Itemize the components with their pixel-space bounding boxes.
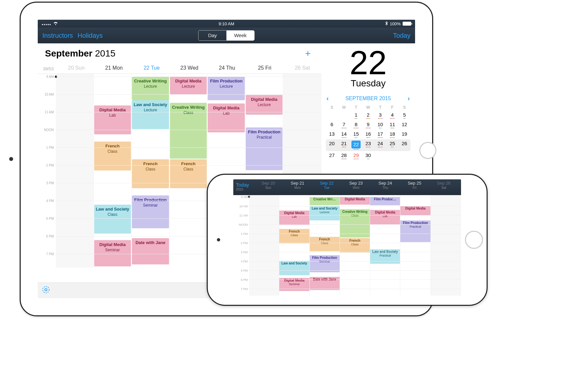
calendar-event[interactable]: Law and SocietyLecture (132, 100, 169, 129)
calendar-event[interactable]: Law and SocietyClass (94, 205, 131, 234)
phone-day-header[interactable]: Sep 21Mon (283, 181, 312, 190)
segment-day[interactable]: Day (199, 31, 226, 40)
segment-week[interactable]: Week (226, 31, 254, 40)
day-column[interactable]: Creative WritingLectureLaw and SocietyLe… (132, 74, 170, 268)
calendar-event[interactable]: FrenchClass (170, 159, 207, 188)
phone-day-column[interactable]: Digital MediaFilm ProductionPractical (400, 195, 430, 296)
mini-day[interactable]: 28●●●●● (338, 151, 350, 161)
calendar-event[interactable]: FrenchClass (132, 159, 169, 188)
phone-hour-line (249, 197, 461, 197)
mini-day[interactable]: 8●●●●● (350, 120, 362, 130)
mini-day[interactable]: 23●●●●● (362, 139, 374, 151)
phone-event[interactable]: Law and Society (279, 261, 309, 275)
phone-day-column[interactable]: Digital MediaCreative WritingClassFrench… (340, 195, 370, 296)
mini-day[interactable]: 5●● (398, 111, 410, 120)
phone-day-column[interactable]: Creative Wri…Law and SocietyLectureFrenc… (310, 195, 340, 296)
mini-day[interactable]: 2●●●● (362, 111, 374, 120)
day-column[interactable]: Digital MediaLectureCreative WritingClas… (170, 74, 208, 268)
calendar-event[interactable]: Film ProductionPractical (246, 127, 283, 170)
phone-day-header[interactable]: Sep 24Thu (371, 181, 400, 190)
mini-day[interactable]: 10●●● (374, 120, 386, 130)
mini-day[interactable]: 9●●●●● (362, 120, 374, 130)
calendar-event[interactable]: Creative WritingLecture (132, 77, 169, 100)
mini-day[interactable]: 18●●●●● (386, 130, 398, 139)
calendar-event[interactable]: Film ProductionSeminar (132, 195, 169, 228)
phone-event[interactable]: Film ProductionSeminar (310, 255, 340, 272)
phone-day-column[interactable]: Film Produc…Digital MediaLabLaw and Soci… (370, 195, 400, 296)
calendar-event[interactable]: Date with Jane (132, 238, 169, 264)
day-header[interactable]: 25 Fri (246, 62, 284, 74)
calendar-event[interactable]: Digital MediaLecture (170, 77, 207, 94)
phone-event[interactable]: Film Produc… (370, 197, 400, 205)
holidays-link[interactable]: Holidays (77, 32, 103, 39)
mini-day[interactable]: 19 (398, 130, 410, 139)
instructors-link[interactable]: Instructors (42, 32, 73, 39)
phone-day-column[interactable] (249, 195, 279, 296)
phone-event[interactable]: Digital Media (340, 197, 370, 205)
mini-day[interactable]: 25●●● (386, 139, 398, 151)
mini-day[interactable]: 1●●● (350, 111, 362, 120)
mini-day[interactable]: 11●●●● (386, 120, 398, 130)
mini-day[interactable]: 24●●●●● (374, 139, 386, 151)
day-header[interactable]: 24 Thu (208, 62, 246, 74)
today-button[interactable]: Today (393, 32, 410, 39)
mini-day[interactable]: 6 (326, 120, 338, 130)
phone-day-header[interactable]: Sep 22Tue (312, 181, 341, 190)
ipad-home-button[interactable] (419, 142, 436, 159)
mini-day[interactable]: 26 (398, 139, 410, 151)
phone-event[interactable]: Digital Media (400, 206, 430, 215)
day-header[interactable]: 21 Mon (95, 62, 133, 74)
mini-day[interactable]: 13 (326, 130, 338, 139)
mini-day[interactable]: 21●●●● (338, 139, 350, 151)
phone-event[interactable]: Date with Jane (310, 277, 340, 290)
mini-day[interactable]: 16●●●● (362, 130, 374, 139)
phone-event[interactable]: Law and SocietyLecture (310, 206, 340, 220)
calendar-event[interactable]: Creative WritingClass (170, 103, 207, 159)
add-button[interactable]: + (305, 48, 314, 59)
day-column[interactable]: Digital MediaLabFrenchClassLaw and Socie… (94, 74, 132, 268)
phone-day-column[interactable]: Digital MediaLabFrenchClassLaw and Socie… (279, 195, 309, 296)
phone-timeline[interactable]: 9 AM10 AM11 AMNOON1 PM2 PM3 PM4 PM5 PM6 … (233, 195, 461, 296)
phone-day-column[interactable] (431, 195, 461, 296)
day-header[interactable]: 22 Tue (133, 62, 171, 74)
phone-event[interactable]: Digital MediaLab (370, 210, 400, 224)
mini-day[interactable]: 22●●●●● (350, 139, 362, 151)
mini-day[interactable]: 17●●●●● (374, 130, 386, 139)
day-header[interactable]: 23 Wed (171, 62, 208, 74)
day-header[interactable]: 20 Sun (57, 62, 95, 74)
phone-day-header[interactable]: Sep 20Sun (254, 181, 283, 190)
settings-gear-icon[interactable] (42, 285, 50, 296)
phone-day-header[interactable]: Sep 23Wed (341, 181, 370, 190)
calendar-event[interactable]: Film ProductionLecture (208, 77, 245, 100)
mini-day[interactable]: 3●●●●● (374, 111, 386, 120)
mini-day[interactable]: 15●●● (350, 130, 362, 139)
calendar-event[interactable]: Digital MediaLab (208, 103, 245, 132)
phone-day-header[interactable]: Sep 25Fri (400, 181, 429, 190)
calendar-event[interactable]: Digital MediaSeminar (94, 240, 131, 266)
prev-month-button[interactable]: ‹ (326, 95, 329, 102)
next-month-button[interactable]: › (408, 95, 410, 102)
mini-day[interactable]: 27 (326, 151, 338, 161)
mini-day[interactable]: 30●● (362, 151, 374, 161)
phone-event[interactable]: FrenchClass (279, 229, 309, 243)
mini-day[interactable]: 7●●●●● (338, 120, 350, 130)
phone-event[interactable]: Creative Wri… (310, 197, 340, 205)
phone-event[interactable]: FrenchClass (340, 238, 370, 253)
phone-event[interactable]: Digital MediaLab (279, 211, 309, 225)
calendar-event[interactable]: FrenchClass (94, 142, 131, 170)
day-header[interactable]: 26 Sat (284, 62, 321, 74)
mini-day[interactable]: 12 (398, 120, 410, 130)
mini-day[interactable]: 20 (326, 139, 338, 151)
day-column[interactable] (56, 74, 94, 268)
calendar-event[interactable]: Digital MediaLecture (246, 95, 283, 115)
phone-event[interactable]: Digital MediaSeminar (279, 278, 309, 291)
mini-day[interactable]: 4●●●●● (386, 111, 398, 120)
phone-today[interactable]: Today 2015 (236, 181, 254, 191)
mini-day[interactable]: 29●●●●● (350, 151, 362, 161)
phone-event[interactable]: FrenchClass (310, 237, 340, 251)
phone-event[interactable]: Law and SocietyPractical (370, 249, 400, 264)
iphone-home-button[interactable] (465, 231, 483, 249)
phone-day-header[interactable]: Sep 26Sat (429, 181, 458, 190)
mini-day[interactable]: 14●●●●● (338, 130, 350, 139)
phone-event[interactable]: Film ProductionPractical (400, 220, 430, 242)
